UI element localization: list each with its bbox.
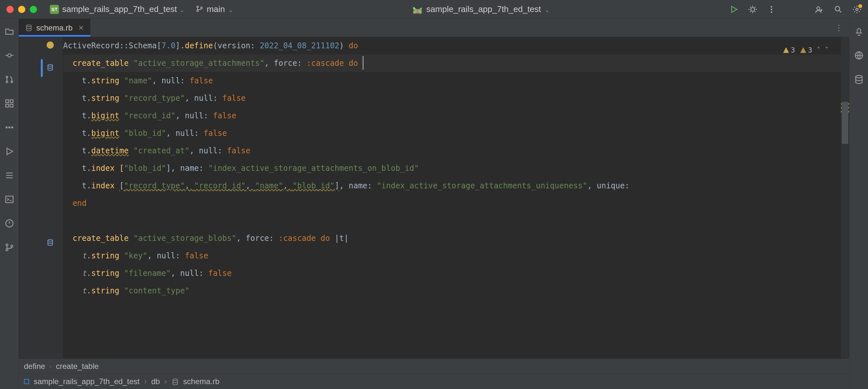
database-gutter-icon[interactable]	[46, 235, 54, 242]
svg-rect-23	[5, 196, 13, 203]
project-badge[interactable]: ST	[50, 5, 59, 14]
svg-rect-15	[5, 100, 8, 103]
right-tool-sidebar	[849, 19, 868, 389]
maximize-window-icon[interactable]	[30, 6, 37, 13]
svg-point-21	[11, 127, 13, 128]
notifications-icon[interactable]	[854, 27, 864, 37]
left-tool-sidebar	[0, 19, 19, 389]
inspection-summary[interactable]: 3 3 ˄ ˅	[782, 41, 829, 59]
problems-tool-icon[interactable]	[4, 219, 14, 229]
bc-db[interactable]: db	[151, 377, 160, 386]
svg-rect-17	[5, 104, 8, 107]
svg-point-30	[48, 240, 53, 242]
svg-point-4	[751, 7, 755, 11]
settings-icon[interactable]	[852, 5, 862, 14]
bc-file[interactable]: schema.rb	[183, 377, 220, 386]
run-config-name[interactable]: sample_rails_app_7th_ed_test	[426, 4, 541, 14]
svg-point-25	[6, 244, 8, 246]
chevron-down-icon[interactable]: ⌄	[180, 6, 184, 13]
run-button[interactable]	[730, 5, 739, 14]
svg-point-9	[835, 6, 840, 11]
tab-options-icon[interactable]: ⋮	[829, 19, 849, 37]
chevron-right-icon: ›	[144, 377, 147, 386]
next-highlight-icon[interactable]: ˅	[825, 41, 829, 59]
search-icon[interactable]	[834, 5, 843, 14]
code-with-me-icon[interactable]	[815, 5, 824, 14]
svg-point-1	[197, 10, 198, 11]
minimize-window-icon[interactable]	[18, 6, 25, 13]
svg-point-13	[6, 81, 8, 83]
debug-button[interactable]	[748, 5, 757, 14]
svg-point-7	[771, 11, 772, 12]
svg-point-31	[173, 379, 178, 381]
module-icon	[24, 379, 29, 384]
svg-point-2	[201, 7, 203, 8]
svg-rect-16	[10, 100, 13, 103]
branch-label: main	[207, 4, 225, 14]
svg-point-27	[11, 245, 12, 247]
svg-point-10	[856, 8, 858, 10]
nav-breadcrumb: sample_rails_app_7th_ed_test › db › sche…	[19, 373, 849, 389]
more-tools-icon[interactable]	[4, 122, 14, 134]
svg-point-29	[48, 64, 53, 66]
chevron-right-icon: ›	[50, 363, 51, 369]
run-tool-icon[interactable]	[4, 146, 14, 158]
svg-point-5	[771, 6, 772, 7]
structure-tool-icon[interactable]	[4, 99, 14, 110]
code-breadcrumb: define › create_table	[19, 359, 849, 373]
chevron-down-icon[interactable]: ⌄	[545, 6, 550, 13]
database-file-icon	[25, 24, 32, 31]
project-tool-icon[interactable]	[4, 27, 14, 37]
svg-point-11	[8, 54, 11, 57]
prev-highlight-icon[interactable]: ˄	[817, 41, 820, 59]
close-window-icon[interactable]	[6, 6, 13, 13]
inspection-marker-icon[interactable]	[46, 41, 54, 49]
database-tool-icon[interactable]	[854, 75, 864, 86]
svg-point-8	[817, 6, 820, 9]
modification-marker	[41, 59, 43, 77]
code-editor[interactable]: 3 3 ˄ ˅ ActiveRecord::Schema[7.0].define…	[19, 37, 849, 359]
chevron-right-icon: ›	[164, 377, 167, 386]
svg-point-26	[6, 249, 8, 251]
svg-rect-18	[10, 104, 13, 107]
close-tab-icon[interactable]: ✕	[79, 24, 84, 32]
tab-schema-rb[interactable]: schema.rb ✕	[19, 19, 90, 37]
svg-point-33	[856, 76, 862, 78]
ai-assistant-icon[interactable]	[854, 51, 864, 62]
terminal-tool-icon[interactable]	[4, 194, 14, 205]
git-branch-icon	[196, 5, 204, 14]
svg-point-20	[8, 127, 10, 128]
code-content: ActiveRecord::Schema[7.0].define(version…	[63, 37, 841, 300]
editor-gutter	[19, 37, 63, 359]
rails-icon: 🛤️	[413, 5, 422, 14]
editor-tabs: schema.rb ✕ ⋮	[19, 19, 849, 37]
tab-label: schema.rb	[36, 23, 72, 32]
svg-point-19	[5, 127, 7, 128]
titlebar: ST sample_rails_app_7th_ed_test ⌄ main ⌄…	[0, 0, 868, 19]
more-actions-icon[interactable]	[767, 5, 776, 14]
bc-create-table[interactable]: create_table	[56, 362, 99, 371]
pull-requests-icon[interactable]	[4, 75, 14, 86]
svg-point-28	[27, 25, 31, 27]
database-gutter-icon[interactable]	[46, 60, 54, 67]
vcs-branch[interactable]: main ⌄	[196, 4, 233, 14]
caret	[363, 56, 363, 70]
commit-tool-icon[interactable]	[4, 51, 14, 62]
svg-point-12	[6, 76, 8, 78]
svg-point-6	[771, 8, 772, 10]
project-name[interactable]: sample_rails_app_7th_ed_test	[62, 4, 177, 14]
editor-area: schema.rb ✕ ⋮ 3 3 ˄ ˅ ActiveRecord::Sche…	[19, 19, 849, 389]
scroll-thumb[interactable]	[842, 102, 848, 144]
window-controls	[6, 6, 37, 13]
database-file-icon	[172, 377, 179, 386]
svg-marker-3	[732, 6, 737, 12]
warning-count-b: 3	[808, 41, 812, 59]
warning-count-a: 3	[791, 41, 795, 59]
bc-define[interactable]: define	[24, 362, 45, 371]
code-viewport[interactable]: 3 3 ˄ ˅ ActiveRecord::Schema[7.0].define…	[63, 37, 841, 359]
todo-tool-icon[interactable]	[4, 170, 14, 182]
chevron-down-icon[interactable]: ⌄	[228, 6, 233, 13]
editor-scrollbar[interactable]	[841, 37, 849, 359]
bc-project[interactable]: sample_rails_app_7th_ed_test	[34, 377, 140, 386]
vcs-tool-icon[interactable]	[4, 243, 14, 253]
